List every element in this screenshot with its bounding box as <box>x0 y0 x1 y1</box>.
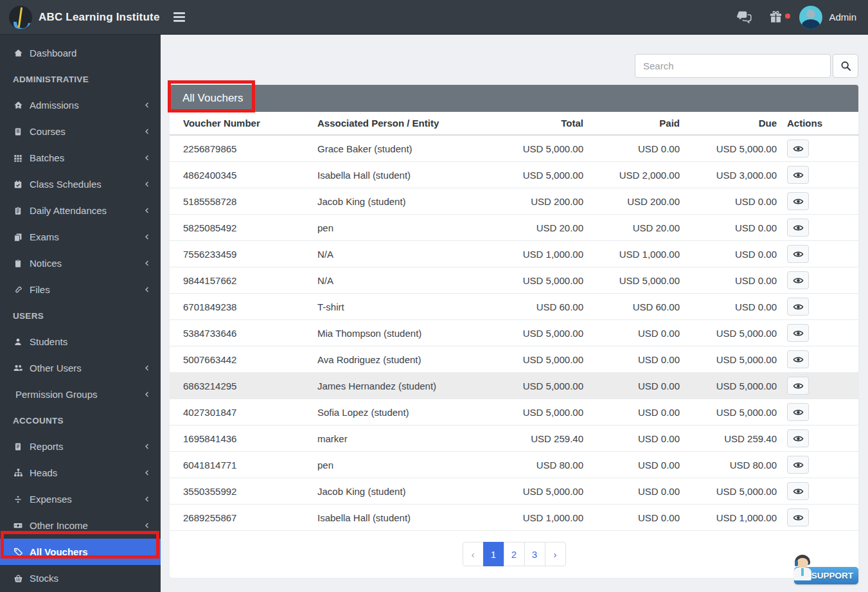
total-cell: USD 20.00 <box>488 215 589 241</box>
notifications-button[interactable] <box>769 10 783 24</box>
view-voucher-button[interactable] <box>787 456 809 474</box>
sidebar-item-courses[interactable]: Courses <box>0 118 161 145</box>
paid-cell: USD 0.00 <box>589 452 685 478</box>
sidebar-item-expenses[interactable]: Expenses <box>0 486 161 512</box>
pagination-page-1[interactable]: 1 <box>483 542 504 566</box>
pagination-page-3[interactable]: 3 <box>524 542 545 566</box>
col-total: Total <box>488 112 589 135</box>
sidebar-item-class-schedules[interactable]: Class Schedules <box>0 171 161 197</box>
view-voucher-button[interactable] <box>787 403 809 421</box>
page-title: All Vouchers <box>182 92 244 105</box>
sidebar-item-exams[interactable]: Exams <box>0 224 161 250</box>
avatar <box>799 6 822 29</box>
view-voucher-button[interactable] <box>787 482 809 500</box>
pagination-next-button[interactable]: › <box>545 542 566 566</box>
topbar-main: Admin <box>161 0 868 34</box>
sidebar-item-other-income[interactable]: Other Income <box>0 512 161 539</box>
user-name: Admin <box>829 12 856 22</box>
voucher-number-cell: 5007663442 <box>170 346 312 373</box>
due-cell: USD 5,000.00 <box>685 346 782 373</box>
voucher-number-cell: 5185558728 <box>170 188 312 215</box>
table-row: 9844157662 N/A USD 5,000.00 USD 5,000.00… <box>170 267 859 294</box>
view-voucher-button[interactable] <box>787 219 809 237</box>
search-icon <box>840 60 851 71</box>
view-voucher-button[interactable] <box>787 298 809 316</box>
table-row: 2256879865 Grace Baker (student) USD 5,0… <box>170 135 859 162</box>
view-voucher-button[interactable] <box>787 508 809 526</box>
total-cell: USD 5,000.00 <box>488 373 589 399</box>
paid-cell: USD 0.00 <box>589 135 685 162</box>
basket-icon <box>13 573 23 584</box>
pagination-page-2[interactable]: 2 <box>504 542 525 566</box>
eye-icon <box>793 487 804 496</box>
sidebar-item-all-vouchers[interactable]: All Vouchers <box>0 539 161 565</box>
sidebar-item-daily-attendances[interactable]: Daily Attendances <box>0 197 161 224</box>
chevron-left-icon <box>143 443 150 450</box>
sidebar-toggle-button[interactable] <box>173 10 190 24</box>
sidebar-item-batches[interactable]: Batches <box>0 145 161 171</box>
eye-icon <box>793 145 804 153</box>
view-voucher-button[interactable] <box>787 245 809 263</box>
brand[interactable]: ABC Learning Institute <box>0 0 161 34</box>
person-cell: Grace Baker (student) <box>312 135 488 162</box>
due-cell: USD 5,000.00 <box>685 373 782 399</box>
grid-icon <box>13 153 23 163</box>
view-voucher-button[interactable] <box>787 324 809 342</box>
table-row: 5825085492 pen USD 20.00 USD 20.00 USD 0… <box>170 215 859 241</box>
sidebar-item-other-users[interactable]: Other Users <box>0 355 161 381</box>
sidebar-item-admissions[interactable]: Admissions <box>0 92 161 118</box>
view-voucher-button[interactable] <box>787 192 809 210</box>
vouchers-table: Voucher Number Associated Person / Entit… <box>170 112 859 531</box>
chevron-left-icon <box>143 154 150 161</box>
sidebar-item-notices[interactable]: Notices <box>0 250 161 276</box>
table-row: 6041814771 pen USD 80.00 USD 0.00 USD 80… <box>170 452 859 478</box>
view-voucher-button[interactable] <box>787 139 809 157</box>
eye-icon <box>793 171 804 179</box>
chevron-left-icon <box>143 181 150 188</box>
voucher-number-cell: 5384733646 <box>170 320 312 346</box>
view-voucher-button[interactable] <box>787 166 809 184</box>
voucher-number-cell: 9844157662 <box>170 267 312 294</box>
person-cell: Sofia Lopez (student) <box>312 399 488 426</box>
total-cell: USD 5,000.00 <box>488 267 589 294</box>
sidebar-item-reports[interactable]: Reports <box>0 433 161 460</box>
view-voucher-button[interactable] <box>787 377 809 395</box>
sidebar-item-files[interactable]: Files <box>0 276 161 303</box>
search-input[interactable] <box>635 54 831 78</box>
col-actions: Actions <box>782 112 859 135</box>
paid-cell: USD 0.00 <box>589 399 685 426</box>
sidebar-item-stocks[interactable]: Stocks <box>0 565 161 591</box>
view-voucher-button[interactable] <box>787 271 809 289</box>
user-menu[interactable]: Admin <box>799 6 856 29</box>
search-button[interactable] <box>833 54 858 78</box>
pagination-prev-button[interactable]: ‹ <box>463 542 484 566</box>
due-cell: USD 0.00 <box>685 294 782 320</box>
sidebar-item-dashboard[interactable]: Dashboard <box>0 40 161 66</box>
voucher-number-cell: 2689255867 <box>170 505 312 531</box>
table-row: 1695841436 marker USD 259.40 USD 0.00 US… <box>170 426 859 452</box>
table-row-highlighted: 6863214295 James Hernandez (student) USD… <box>170 373 859 399</box>
chevron-left-icon <box>143 260 150 267</box>
paid-cell: USD 1,000.00 <box>589 241 685 267</box>
person-cell: Mia Thompson (student) <box>312 320 488 346</box>
book-icon <box>13 127 23 137</box>
voucher-number-cell: 6863214295 <box>170 373 312 399</box>
sidebar-item-permission-groups[interactable]: Permission Groups <box>0 381 161 408</box>
tag-icon <box>13 547 23 557</box>
sidebar-item-students[interactable]: Students <box>0 328 161 355</box>
person-cell: pen <box>312 215 488 241</box>
total-cell: USD 80.00 <box>488 452 589 478</box>
paid-cell: USD 0.00 <box>589 505 685 531</box>
view-voucher-button[interactable] <box>787 429 809 447</box>
messages-button[interactable] <box>737 11 752 24</box>
voucher-number-cell: 3550355992 <box>170 478 312 505</box>
chevron-left-icon <box>143 233 150 240</box>
view-voucher-button[interactable] <box>787 350 809 368</box>
panel-header: All Vouchers <box>170 85 858 112</box>
sidebar-heading-accounts: ACCOUNTS <box>0 408 161 433</box>
col-voucher-number: Voucher Number <box>170 112 312 135</box>
sidebar-item-heads[interactable]: Heads <box>0 460 161 486</box>
top-navbar: ABC Learning Institute Admin <box>0 0 868 35</box>
support-button[interactable]: SUPPORT <box>794 567 858 584</box>
eye-icon <box>793 224 804 232</box>
